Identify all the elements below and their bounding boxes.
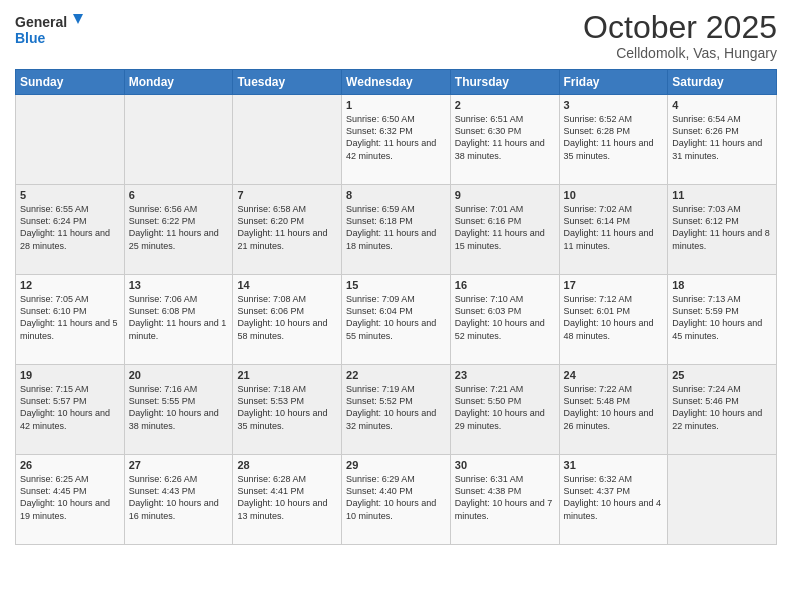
day-info: Sunrise: 6:55 AM Sunset: 6:24 PM Dayligh… bbox=[20, 203, 120, 252]
week-row-1: 5Sunrise: 6:55 AM Sunset: 6:24 PM Daylig… bbox=[16, 185, 777, 275]
day-number: 2 bbox=[455, 99, 555, 111]
day-info: Sunrise: 6:31 AM Sunset: 4:38 PM Dayligh… bbox=[455, 473, 555, 522]
header-monday: Monday bbox=[124, 70, 233, 95]
day-info: Sunrise: 7:22 AM Sunset: 5:48 PM Dayligh… bbox=[564, 383, 664, 432]
day-info: Sunrise: 7:02 AM Sunset: 6:14 PM Dayligh… bbox=[564, 203, 664, 252]
calendar-table: Sunday Monday Tuesday Wednesday Thursday… bbox=[15, 69, 777, 545]
day-cell-0-5: 3Sunrise: 6:52 AM Sunset: 6:28 PM Daylig… bbox=[559, 95, 668, 185]
header-sunday: Sunday bbox=[16, 70, 125, 95]
day-number: 13 bbox=[129, 279, 229, 291]
day-cell-1-6: 11Sunrise: 7:03 AM Sunset: 6:12 PM Dayli… bbox=[668, 185, 777, 275]
svg-text:General: General bbox=[15, 14, 67, 30]
day-cell-1-4: 9Sunrise: 7:01 AM Sunset: 6:16 PM Daylig… bbox=[450, 185, 559, 275]
day-info: Sunrise: 6:54 AM Sunset: 6:26 PM Dayligh… bbox=[672, 113, 772, 162]
week-row-3: 19Sunrise: 7:15 AM Sunset: 5:57 PM Dayli… bbox=[16, 365, 777, 455]
day-info: Sunrise: 6:51 AM Sunset: 6:30 PM Dayligh… bbox=[455, 113, 555, 162]
logo-svg: General Blue bbox=[15, 10, 85, 48]
day-info: Sunrise: 7:13 AM Sunset: 5:59 PM Dayligh… bbox=[672, 293, 772, 342]
day-number: 23 bbox=[455, 369, 555, 381]
svg-text:Blue: Blue bbox=[15, 30, 46, 46]
day-cell-3-2: 21Sunrise: 7:18 AM Sunset: 5:53 PM Dayli… bbox=[233, 365, 342, 455]
day-number: 8 bbox=[346, 189, 446, 201]
day-cell-0-1 bbox=[124, 95, 233, 185]
day-info: Sunrise: 7:16 AM Sunset: 5:55 PM Dayligh… bbox=[129, 383, 229, 432]
day-info: Sunrise: 7:12 AM Sunset: 6:01 PM Dayligh… bbox=[564, 293, 664, 342]
day-info: Sunrise: 7:01 AM Sunset: 6:16 PM Dayligh… bbox=[455, 203, 555, 252]
day-info: Sunrise: 6:29 AM Sunset: 4:40 PM Dayligh… bbox=[346, 473, 446, 522]
day-cell-0-2 bbox=[233, 95, 342, 185]
day-number: 16 bbox=[455, 279, 555, 291]
day-info: Sunrise: 7:19 AM Sunset: 5:52 PM Dayligh… bbox=[346, 383, 446, 432]
day-info: Sunrise: 6:58 AM Sunset: 6:20 PM Dayligh… bbox=[237, 203, 337, 252]
header-thursday: Thursday bbox=[450, 70, 559, 95]
day-cell-3-6: 25Sunrise: 7:24 AM Sunset: 5:46 PM Dayli… bbox=[668, 365, 777, 455]
day-cell-4-1: 27Sunrise: 6:26 AM Sunset: 4:43 PM Dayli… bbox=[124, 455, 233, 545]
day-cell-0-4: 2Sunrise: 6:51 AM Sunset: 6:30 PM Daylig… bbox=[450, 95, 559, 185]
day-number: 21 bbox=[237, 369, 337, 381]
day-cell-3-1: 20Sunrise: 7:16 AM Sunset: 5:55 PM Dayli… bbox=[124, 365, 233, 455]
day-info: Sunrise: 7:05 AM Sunset: 6:10 PM Dayligh… bbox=[20, 293, 120, 342]
calendar-subtitle: Celldomolk, Vas, Hungary bbox=[583, 45, 777, 61]
day-cell-1-1: 6Sunrise: 6:56 AM Sunset: 6:22 PM Daylig… bbox=[124, 185, 233, 275]
day-cell-0-0 bbox=[16, 95, 125, 185]
day-number: 22 bbox=[346, 369, 446, 381]
day-number: 30 bbox=[455, 459, 555, 471]
day-cell-2-0: 12Sunrise: 7:05 AM Sunset: 6:10 PM Dayli… bbox=[16, 275, 125, 365]
day-number: 15 bbox=[346, 279, 446, 291]
day-info: Sunrise: 7:18 AM Sunset: 5:53 PM Dayligh… bbox=[237, 383, 337, 432]
logo: General Blue bbox=[15, 10, 85, 48]
day-info: Sunrise: 7:09 AM Sunset: 6:04 PM Dayligh… bbox=[346, 293, 446, 342]
day-cell-1-3: 8Sunrise: 6:59 AM Sunset: 6:18 PM Daylig… bbox=[342, 185, 451, 275]
day-info: Sunrise: 6:52 AM Sunset: 6:28 PM Dayligh… bbox=[564, 113, 664, 162]
day-info: Sunrise: 6:32 AM Sunset: 4:37 PM Dayligh… bbox=[564, 473, 664, 522]
day-number: 5 bbox=[20, 189, 120, 201]
day-number: 4 bbox=[672, 99, 772, 111]
day-cell-2-6: 18Sunrise: 7:13 AM Sunset: 5:59 PM Dayli… bbox=[668, 275, 777, 365]
day-cell-4-6 bbox=[668, 455, 777, 545]
day-cell-2-1: 13Sunrise: 7:06 AM Sunset: 6:08 PM Dayli… bbox=[124, 275, 233, 365]
day-number: 3 bbox=[564, 99, 664, 111]
day-cell-2-2: 14Sunrise: 7:08 AM Sunset: 6:06 PM Dayli… bbox=[233, 275, 342, 365]
day-number: 19 bbox=[20, 369, 120, 381]
header-wednesday: Wednesday bbox=[342, 70, 451, 95]
day-number: 10 bbox=[564, 189, 664, 201]
header: General Blue October 2025 Celldomolk, Va… bbox=[15, 10, 777, 61]
day-number: 1 bbox=[346, 99, 446, 111]
header-friday: Friday bbox=[559, 70, 668, 95]
day-cell-2-4: 16Sunrise: 7:10 AM Sunset: 6:03 PM Dayli… bbox=[450, 275, 559, 365]
day-cell-3-5: 24Sunrise: 7:22 AM Sunset: 5:48 PM Dayli… bbox=[559, 365, 668, 455]
day-info: Sunrise: 7:08 AM Sunset: 6:06 PM Dayligh… bbox=[237, 293, 337, 342]
day-info: Sunrise: 7:06 AM Sunset: 6:08 PM Dayligh… bbox=[129, 293, 229, 342]
day-info: Sunrise: 6:50 AM Sunset: 6:32 PM Dayligh… bbox=[346, 113, 446, 162]
days-header-row: Sunday Monday Tuesday Wednesday Thursday… bbox=[16, 70, 777, 95]
day-info: Sunrise: 7:24 AM Sunset: 5:46 PM Dayligh… bbox=[672, 383, 772, 432]
day-number: 24 bbox=[564, 369, 664, 381]
day-cell-4-0: 26Sunrise: 6:25 AM Sunset: 4:45 PM Dayli… bbox=[16, 455, 125, 545]
day-info: Sunrise: 6:59 AM Sunset: 6:18 PM Dayligh… bbox=[346, 203, 446, 252]
title-block: October 2025 Celldomolk, Vas, Hungary bbox=[583, 10, 777, 61]
day-number: 26 bbox=[20, 459, 120, 471]
day-cell-4-5: 31Sunrise: 6:32 AM Sunset: 4:37 PM Dayli… bbox=[559, 455, 668, 545]
day-cell-1-0: 5Sunrise: 6:55 AM Sunset: 6:24 PM Daylig… bbox=[16, 185, 125, 275]
day-number: 17 bbox=[564, 279, 664, 291]
week-row-0: 1Sunrise: 6:50 AM Sunset: 6:32 PM Daylig… bbox=[16, 95, 777, 185]
day-number: 11 bbox=[672, 189, 772, 201]
day-cell-0-6: 4Sunrise: 6:54 AM Sunset: 6:26 PM Daylig… bbox=[668, 95, 777, 185]
day-cell-2-5: 17Sunrise: 7:12 AM Sunset: 6:01 PM Dayli… bbox=[559, 275, 668, 365]
day-info: Sunrise: 6:56 AM Sunset: 6:22 PM Dayligh… bbox=[129, 203, 229, 252]
day-number: 25 bbox=[672, 369, 772, 381]
day-number: 6 bbox=[129, 189, 229, 201]
week-row-2: 12Sunrise: 7:05 AM Sunset: 6:10 PM Dayli… bbox=[16, 275, 777, 365]
day-number: 27 bbox=[129, 459, 229, 471]
day-cell-3-0: 19Sunrise: 7:15 AM Sunset: 5:57 PM Dayli… bbox=[16, 365, 125, 455]
day-number: 29 bbox=[346, 459, 446, 471]
day-number: 31 bbox=[564, 459, 664, 471]
day-cell-3-4: 23Sunrise: 7:21 AM Sunset: 5:50 PM Dayli… bbox=[450, 365, 559, 455]
day-info: Sunrise: 7:21 AM Sunset: 5:50 PM Dayligh… bbox=[455, 383, 555, 432]
day-number: 7 bbox=[237, 189, 337, 201]
day-number: 14 bbox=[237, 279, 337, 291]
day-number: 20 bbox=[129, 369, 229, 381]
day-number: 9 bbox=[455, 189, 555, 201]
day-cell-4-4: 30Sunrise: 6:31 AM Sunset: 4:38 PM Dayli… bbox=[450, 455, 559, 545]
day-cell-1-2: 7Sunrise: 6:58 AM Sunset: 6:20 PM Daylig… bbox=[233, 185, 342, 275]
